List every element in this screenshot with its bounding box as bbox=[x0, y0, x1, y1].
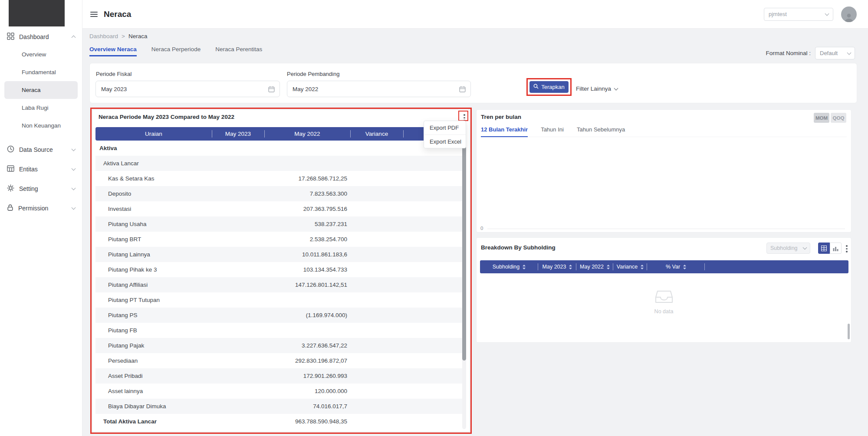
table-row: Piutang Lainnya10.011.861.183,6 bbox=[95, 247, 462, 262]
chevron-down-icon bbox=[825, 11, 829, 16]
table-row: Piutang Pajak3.227.636.547,22 bbox=[95, 338, 462, 353]
column-header-variance[interactable]: Variance bbox=[613, 260, 647, 273]
sidebar-item-dashboard[interactable]: Dashboard bbox=[0, 28, 82, 46]
person-icon bbox=[844, 13, 854, 22]
table-row: Kas & Setara Kas17.268.586.712,25 bbox=[95, 171, 462, 186]
sort-icon bbox=[569, 265, 572, 269]
table-row: Asset Pribadi172.901.260.993 bbox=[95, 368, 462, 384]
sidebar-item-label: Entitas bbox=[19, 166, 38, 173]
sidebar-item-label: Permission bbox=[18, 205, 48, 212]
sidebar-item-fundamental[interactable]: Fundamental bbox=[4, 63, 78, 81]
table-row: Asset lainnya120.000.000 bbox=[95, 384, 462, 399]
gear-icon bbox=[7, 184, 14, 193]
neraca-table-header: Uraian May 2023 May 2022 Variance bbox=[95, 127, 462, 141]
export-dropdown-menu: Export PDF Export Excel bbox=[424, 121, 466, 148]
page-tabs: Overview Neraca Neraca Perperiode Neraca… bbox=[89, 46, 262, 56]
sort-icon bbox=[607, 265, 610, 269]
no-data-label: No data bbox=[654, 308, 674, 315]
table-row: Persediaan292.830.196.872,07 bbox=[95, 353, 462, 368]
breadcrumb-dashboard[interactable]: Dashboard bbox=[89, 33, 118, 39]
empty-inbox-icon bbox=[654, 288, 674, 305]
sidebar-item-laba-rugi[interactable]: Laba Rugi bbox=[4, 99, 78, 117]
table-row: Piutang PS(1.169.974.000) bbox=[95, 308, 462, 323]
breadcrumb-separator: > bbox=[122, 33, 125, 39]
table-view-button[interactable] bbox=[818, 243, 830, 254]
format-nominal-label: Format Nominal : bbox=[766, 50, 811, 56]
chevron-down-icon bbox=[72, 147, 76, 151]
periode-fiskal-input[interactable] bbox=[96, 86, 268, 92]
periode-fiskal-field bbox=[95, 81, 280, 97]
filter-lainnya-link[interactable]: Filter Lainnya bbox=[576, 85, 618, 92]
column-header-pct-var[interactable]: % Var bbox=[647, 260, 705, 273]
sidebar-item-label: Data Source bbox=[19, 146, 53, 153]
sidebar-item-permission[interactable]: Permission bbox=[0, 198, 82, 218]
column-header-uraian: Uraian bbox=[95, 127, 212, 141]
breakdown-table-header: Subholding May 2023 May 2022 Variance % … bbox=[480, 260, 848, 273]
sidebar-item-data-source[interactable]: Data Source bbox=[0, 140, 82, 159]
column-header-subholding[interactable]: Subholding bbox=[480, 260, 538, 273]
table-row: Deposito7.823.563.300 bbox=[95, 186, 462, 201]
sidebar-item-label: Fundamental bbox=[22, 69, 56, 75]
sidebar-item-entitas[interactable]: Entitas bbox=[0, 159, 82, 179]
subholding-select-value: Subholding bbox=[770, 245, 798, 251]
tab-neraca-perentitas[interactable]: Neraca Perentitas bbox=[215, 46, 262, 56]
table-row-total: Total Aktiva Lancar963.788.590.948,35 bbox=[95, 414, 462, 429]
neraca-panel: Neraca Periode May 2023 Compared to May … bbox=[92, 109, 470, 432]
sidebar-item-non-keuangan[interactable]: Non Keuangan bbox=[4, 117, 78, 134]
tab-tahun-sebelumnya[interactable]: Tahun Sebelumnya bbox=[577, 126, 625, 137]
table-scrollbar-thumb[interactable] bbox=[462, 141, 466, 361]
tab-overview-neraca[interactable]: Overview Neraca bbox=[89, 46, 137, 56]
chevron-down-icon bbox=[803, 246, 807, 250]
tab-12-bulan-terakhir[interactable]: 12 Bulan Terakhir bbox=[481, 126, 528, 137]
menu-item-export-pdf[interactable]: Export PDF bbox=[424, 121, 466, 134]
format-nominal-value: Default bbox=[820, 50, 838, 56]
table-row: Piutang FB bbox=[95, 323, 462, 338]
sidebar-item-label: Non Keuangan bbox=[22, 122, 61, 129]
periode-pembanding-label: Periode Pembanding bbox=[287, 71, 339, 77]
dashboard-grid-icon bbox=[7, 33, 14, 41]
hamburger-menu-icon[interactable] bbox=[90, 12, 98, 17]
app-logo bbox=[9, 0, 65, 26]
column-header-may-2023[interactable]: May 2023 bbox=[538, 260, 576, 273]
menu-item-export-excel[interactable]: Export Excel bbox=[424, 134, 466, 148]
entitas-table-icon bbox=[7, 165, 14, 174]
user-dropdown[interactable]: pjmtest bbox=[764, 8, 833, 21]
format-nominal: Format Nominal : Default bbox=[766, 47, 855, 59]
filter-card: Periode Fiskal Periode Pembanding Terapk… bbox=[89, 63, 857, 103]
search-icon bbox=[533, 84, 539, 90]
column-header-may-2022: May 2022 bbox=[264, 127, 350, 141]
lock-icon bbox=[7, 204, 13, 213]
breakdown-scrollbar-thumb[interactable] bbox=[848, 324, 850, 339]
breakdown-kebab-menu-icon[interactable] bbox=[844, 244, 850, 253]
tab-tahun-ini[interactable]: Tahun Ini bbox=[541, 126, 564, 137]
mom-toggle-button[interactable]: MOM bbox=[814, 113, 829, 123]
chevron-down-icon bbox=[614, 86, 618, 90]
table-row: Piutang BRT2.538.254.700 bbox=[95, 232, 462, 247]
terapkan-button[interactable]: Terapkan bbox=[529, 81, 569, 93]
subholding-select[interactable]: Subholding bbox=[766, 243, 810, 254]
breadcrumb-current: Neraca bbox=[128, 33, 148, 39]
tren-panel-title: Tren per bulan bbox=[481, 114, 521, 120]
topbar: Neraca pjmtest bbox=[82, 0, 868, 29]
column-header-may-2022[interactable]: May 2022 bbox=[576, 260, 613, 273]
breakdown-panel: Breakdown By Subholding Subholding Subho… bbox=[476, 237, 852, 343]
periode-fiskal-label: Periode Fiskal bbox=[96, 71, 132, 77]
sidebar-item-setting[interactable]: Setting bbox=[0, 179, 82, 198]
menu-spacer bbox=[0, 134, 82, 140]
column-header-may-2023: May 2023 bbox=[212, 127, 264, 141]
avatar[interactable] bbox=[841, 7, 857, 22]
chart-view-button[interactable] bbox=[830, 243, 842, 254]
tab-neraca-perperiode[interactable]: Neraca Perperiode bbox=[151, 46, 201, 56]
chevron-down-icon bbox=[72, 186, 76, 190]
sidebar: Dashboard Overview Fundamental Neraca La… bbox=[0, 0, 82, 436]
periode-pembanding-field bbox=[287, 81, 471, 97]
periode-pembanding-input[interactable] bbox=[287, 86, 459, 92]
qoq-toggle-button[interactable]: QOQ bbox=[831, 113, 846, 123]
format-nominal-select[interactable]: Default bbox=[815, 47, 855, 59]
calendar-icon bbox=[268, 86, 275, 92]
sidebar-item-overview[interactable]: Overview bbox=[4, 46, 78, 63]
user-dropdown-value: pjmtest bbox=[769, 11, 787, 17]
sidebar-item-neraca[interactable]: Neraca bbox=[4, 81, 78, 99]
column-header-filler bbox=[705, 260, 848, 273]
table-row: Biaya Dibayar Dimuka74.016.017,7 bbox=[95, 399, 462, 414]
